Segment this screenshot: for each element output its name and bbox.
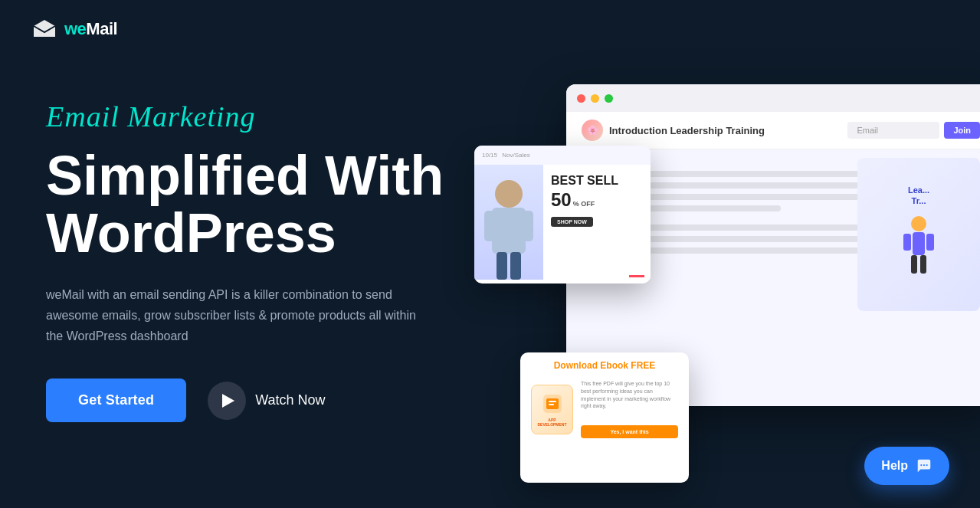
accent-bar: [629, 275, 644, 277]
help-button[interactable]: Help: [864, 447, 949, 485]
person-svg: [478, 172, 539, 280]
ebook-title: Download Ebook FREE: [531, 360, 678, 371]
discount-row: 50 % OFF: [551, 189, 643, 211]
hero-mockup: 🌸 Introduction Leadership Training Email…: [474, 84, 980, 490]
get-started-button[interactable]: Get Started: [46, 379, 186, 422]
svg-rect-5: [911, 255, 917, 274]
svg-rect-12: [510, 252, 521, 280]
email-logo-img: 🌸: [582, 120, 603, 141]
svg-rect-15: [549, 401, 556, 402]
email-template-title: Introduction Leadership Training: [609, 125, 765, 136]
svg-point-19: [926, 464, 928, 466]
svg-rect-11: [497, 252, 507, 280]
app-icon-svg: [541, 392, 564, 415]
email-input[interactable]: Email: [847, 122, 939, 139]
card1-text-area: BEST SELL 50 % OFF SHOP NOW: [543, 165, 651, 280]
app-icon-box: APPDEVELOPMENT: [531, 385, 573, 434]
svg-rect-8: [492, 208, 526, 254]
hero-description: weMail with an email sending API is a ki…: [46, 284, 429, 347]
chat-icon: [916, 457, 932, 474]
card2-body: APPDEVELOPMENT This free PDF will give y…: [520, 377, 689, 441]
email-card-bestsell: 10/15 Nov/Sales BEST SELL 50 % OF: [474, 146, 651, 283]
svg-rect-3: [903, 234, 911, 251]
email-template-header: 🌸 Introduction Leadership Training Email…: [566, 112, 980, 149]
card2-cta: This free PDF will give you the top 10 b…: [581, 380, 678, 438]
hero-tagline: Email Marketing: [46, 100, 475, 135]
cta-row: Get Started Watch Now: [46, 379, 475, 422]
svg-rect-9: [484, 211, 495, 241]
browser-bar: [566, 84, 980, 112]
ebook-cta-btn[interactable]: Yes, I want this: [581, 425, 678, 438]
email-logo-area: 🌸 Introduction Leadership Training: [582, 120, 765, 141]
card1-body: BEST SELL 50 % OFF SHOP NOW: [474, 165, 651, 280]
svg-rect-10: [523, 211, 533, 241]
svg-rect-6: [920, 255, 926, 274]
ebook-description: This free PDF will give you the top 10 b…: [581, 380, 678, 410]
svg-rect-4: [926, 234, 934, 251]
off-text: % OFF: [573, 200, 595, 208]
dot-red: [577, 94, 585, 103]
card1-header: 10/15 Nov/Sales: [474, 146, 651, 165]
app-icon-label: APPDEVELOPMENT: [537, 418, 566, 427]
dot-green: [605, 94, 613, 103]
email-join-btn[interactable]: Join: [944, 122, 980, 139]
svg-point-7: [495, 180, 523, 208]
header: weMail: [31, 15, 117, 43]
hero-title: Simplified With WordPress: [46, 147, 475, 263]
watch-now-label: Watch Now: [255, 392, 325, 408]
svg-rect-2: [913, 232, 925, 255]
play-icon: [222, 394, 234, 408]
leadership-text: Lea...Tr...: [896, 185, 942, 207]
leadership-illustration: Lea...Tr...: [857, 158, 980, 311]
play-circle: [208, 382, 246, 420]
watch-now-button[interactable]: Watch Now: [208, 382, 325, 420]
best-sell-label: BEST SELL: [551, 174, 643, 188]
svg-point-1: [911, 216, 926, 231]
help-label: Help: [881, 459, 908, 473]
shop-now-btn[interactable]: SHOP NOW: [551, 217, 593, 227]
svg-point-18: [923, 464, 925, 466]
email-card-ebook: Download Ebook FREE APPDEVELOPMENT This …: [520, 352, 689, 483]
svg-rect-16: [549, 404, 554, 405]
person-illustration: [896, 212, 942, 281]
card1-person-image: [474, 165, 543, 280]
logo-icon: [31, 15, 58, 43]
discount-number: 50: [551, 189, 572, 211]
hero-section: Email Marketing Simplified With WordPres…: [46, 100, 475, 422]
card2-header: Download Ebook FREE: [520, 352, 689, 377]
logo-text: weMail: [64, 19, 117, 39]
dot-yellow: [591, 94, 599, 103]
svg-point-17: [920, 464, 922, 466]
